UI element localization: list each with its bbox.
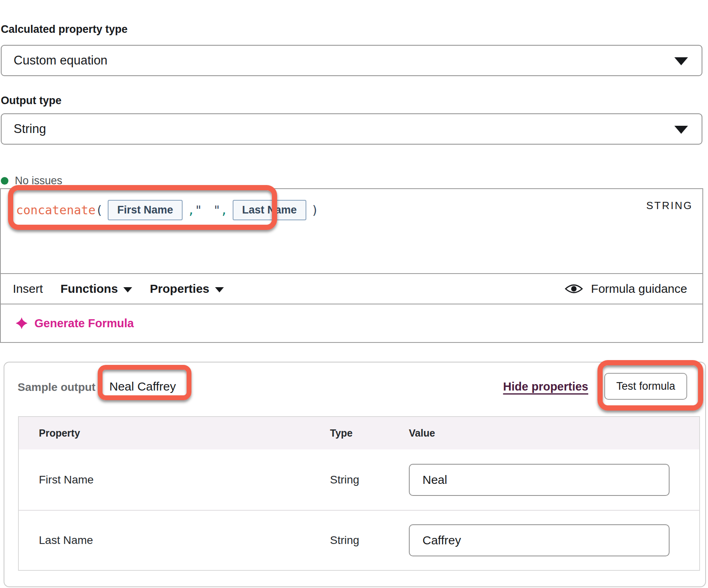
output-type-badge: STRING [646, 199, 693, 212]
function-name: concatenate [16, 203, 96, 217]
property-value-input-last-name[interactable] [409, 524, 670, 556]
functions-menu-label: Functions [60, 282, 118, 296]
sparkle-icon [15, 317, 28, 330]
calculated-property-type-value: Custom equation [14, 53, 107, 68]
generate-formula-label: Generate Formula [34, 317, 134, 330]
paren-close: ) [311, 203, 318, 217]
property-name-cell: First Name [39, 473, 330, 486]
property-value-input-first-name[interactable] [409, 464, 670, 496]
functions-menu-button[interactable]: Functions [60, 282, 132, 296]
quote-close: " [213, 203, 220, 217]
status-text: No issues [15, 175, 62, 187]
formula-guidance-label: Formula guidance [591, 282, 687, 296]
calculated-property-editor: Calculated property type Custom equation… [0, 0, 708, 588]
calculated-property-type-label: Calculated property type [1, 23, 128, 36]
comma-2: , [221, 203, 228, 217]
property-token-last-name[interactable]: Last Name [233, 200, 307, 220]
comma-1: , [187, 203, 195, 217]
dropdown-caret-icon [674, 126, 688, 134]
column-header-type: Type [330, 427, 409, 439]
eye-icon [565, 282, 583, 295]
sample-output-label: Sample output [18, 381, 95, 394]
chevron-down-icon [215, 287, 224, 292]
output-type-label: Output type [1, 95, 61, 107]
generate-formula-row: Generate Formula [1, 304, 702, 342]
output-type-value: String [14, 122, 46, 136]
column-header-value: Value [409, 427, 699, 439]
properties-menu-label: Properties [150, 282, 209, 296]
validation-status: No issues [1, 175, 62, 187]
paren-open: ( [96, 203, 103, 217]
formula-expression: concatenate( First Name ,"", Last Name ) [16, 200, 318, 220]
status-ok-icon [1, 177, 8, 185]
chevron-down-icon [123, 287, 132, 292]
properties-menu-button[interactable]: Properties [150, 282, 223, 296]
sample-output-value: Neal Caffrey [109, 380, 176, 393]
hide-properties-link[interactable]: Hide properties [503, 380, 588, 393]
editor-toolbar: Insert Functions Properties Formula guid… [1, 273, 702, 304]
table-row: Last Name String [19, 510, 699, 570]
property-token-first-name[interactable]: First Name [108, 200, 183, 220]
test-formula-button[interactable]: Test formula [604, 373, 687, 400]
output-type-select[interactable]: String [1, 113, 702, 145]
property-type-cell: String [330, 534, 409, 547]
quote-open: " [195, 203, 202, 217]
formula-editor-panel: concatenate( First Name ,"", Last Name )… [0, 188, 703, 343]
dropdown-caret-icon [674, 57, 688, 65]
sample-output-card: Sample output Neal Caffrey Hide properti… [4, 362, 706, 587]
column-header-property: Property [39, 427, 330, 439]
insert-label: Insert [13, 282, 43, 296]
table-row: First Name String [19, 449, 699, 510]
properties-table: Property Type Value First Name String La… [18, 416, 700, 571]
property-type-cell: String [330, 473, 409, 486]
property-name-cell: Last Name [39, 534, 330, 547]
table-header-row: Property Type Value [19, 417, 699, 449]
formula-input-area[interactable]: concatenate( First Name ,"", Last Name )… [1, 189, 702, 273]
formula-guidance-button[interactable]: Formula guidance [565, 274, 687, 304]
calculated-property-type-select[interactable]: Custom equation [1, 45, 702, 76]
generate-formula-button[interactable]: Generate Formula [15, 317, 134, 330]
